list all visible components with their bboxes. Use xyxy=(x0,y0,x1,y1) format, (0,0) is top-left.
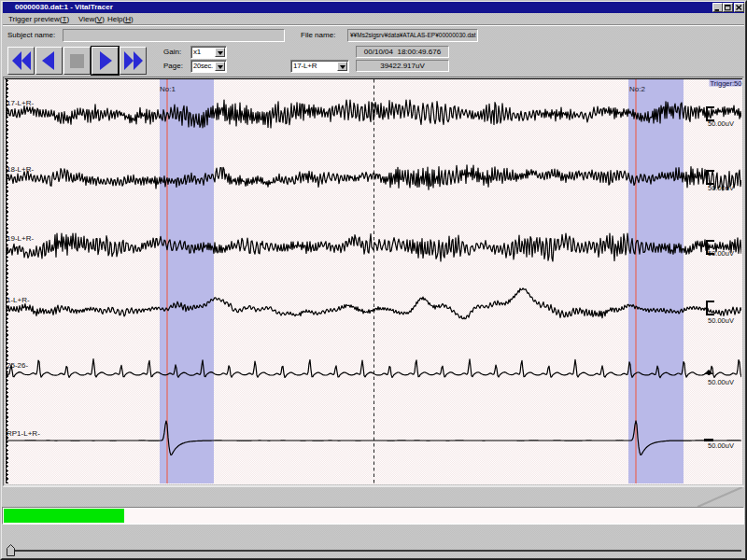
svg-text:50.00uV: 50.00uV xyxy=(708,249,734,258)
svg-text:No:1: No:1 xyxy=(160,85,176,93)
svg-text:50.00uV: 50.00uV xyxy=(708,316,734,325)
svg-text:18-L+R-: 18-L+R- xyxy=(7,165,34,174)
svg-text:Trigger:50: Trigger:50 xyxy=(711,79,742,88)
svg-text:50.00uV: 50.00uV xyxy=(708,119,734,128)
svg-text:RP1-L+R-: RP1-L+R- xyxy=(7,429,40,438)
svg-text:50.00uV: 50.00uV xyxy=(708,441,734,450)
svg-text:No:2: No:2 xyxy=(629,85,645,93)
svg-text:1-L+R-: 1-L+R- xyxy=(7,296,30,304)
svg-text:50.00uV: 50.00uV xyxy=(708,378,734,386)
svg-text:19-L+R-: 19-L+R- xyxy=(7,234,34,243)
svg-text:25-26-: 25-26- xyxy=(7,361,28,370)
svg-text:50.00uV: 50.00uV xyxy=(708,184,734,192)
svg-text:17-L+R-: 17-L+R- xyxy=(7,99,34,107)
